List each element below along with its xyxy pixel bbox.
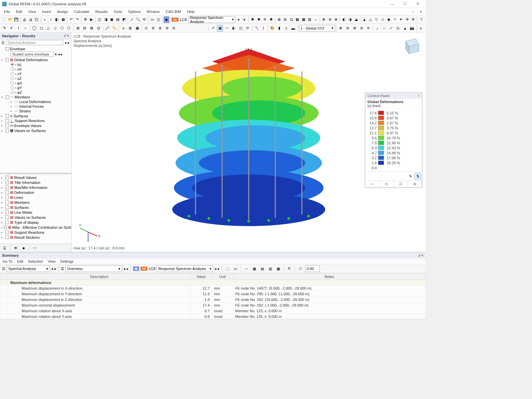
navbot-chk-11[interactable] — [5, 230, 9, 234]
nav-tab-cam-icon[interactable]: ■ — [20, 245, 27, 251]
member-icon[interactable]: / — [48, 16, 54, 23]
extra-11-icon[interactable]: 📷 — [409, 25, 415, 32]
menu-tools[interactable]: Tools — [111, 9, 125, 14]
radio-phiy[interactable] — [11, 86, 14, 89]
radio-uz[interactable] — [11, 77, 14, 80]
chk-vos[interactable] — [5, 129, 9, 132]
help-icon[interactable]: ? — [418, 16, 424, 23]
chk-surf[interactable] — [5, 114, 9, 118]
table-row[interactable]: Maximum vectorial displacement17.4mmFE n… — [0, 303, 426, 308]
tree-envelope[interactable]: Envelope — [1, 47, 70, 51]
edit-3-icon[interactable]: ⌇ — [15, 25, 22, 32]
menu-help[interactable]: Help — [185, 9, 198, 14]
print-icon[interactable]: 🖨 — [22, 16, 27, 23]
navbot-item-11[interactable]: ▸▦Support Reactions — [1, 230, 70, 235]
orientation-cube[interactable] — [399, 35, 422, 58]
cp-edit-icon[interactable]: ✎ — [407, 173, 414, 180]
view-iso-icon[interactable]: ◫ — [97, 16, 102, 23]
col-unit[interactable]: Unit — [212, 274, 233, 280]
menu-edit[interactable]: Edit — [13, 9, 25, 14]
tree-env[interactable]: ▸▭Envelope Values — [1, 123, 70, 128]
shape-3-icon[interactable]: △ — [45, 25, 52, 32]
sum-filter2-icon[interactable]: ▽ — [297, 265, 304, 272]
sum-lc-prev-icon[interactable]: ◂ — [214, 267, 216, 271]
tool-7-icon[interactable]: ⊕ — [321, 16, 327, 23]
extra-3-icon[interactable]: ⊗ — [351, 25, 358, 32]
nav-tab-result-icon[interactable]: 〰 — [31, 245, 38, 251]
extra-8-icon[interactable]: ⤢ — [388, 25, 395, 32]
close-button[interactable]: ✕ — [412, 1, 424, 7]
navbot-item-1[interactable]: ▸▦Title Information — [1, 180, 70, 185]
navbot-item-9[interactable]: ▸▦Type of display — [1, 220, 70, 225]
edit-4-icon[interactable]: ⌁ — [22, 25, 29, 32]
filter-c-icon[interactable]: ※ — [262, 16, 268, 23]
snap-1-icon[interactable]: ⊙ — [143, 25, 150, 32]
solid-icon[interactable]: ■ — [164, 16, 169, 23]
tool-3-icon[interactable]: ⊡ — [288, 16, 294, 23]
calc-icon[interactable]: ⚙ — [82, 16, 88, 23]
view-z-icon[interactable]: ▤ — [115, 16, 121, 23]
extra-2-icon[interactable]: ⊖ — [344, 25, 351, 32]
sum-t2-icon[interactable]: ▤ — [259, 265, 266, 272]
extra-9-icon[interactable]: ◎ — [395, 25, 401, 32]
nav-tab-eye-icon[interactable]: 👁 — [12, 245, 19, 251]
tree-phiy[interactable]: ▫φY — [1, 85, 70, 90]
radio-phiz[interactable] — [11, 91, 14, 94]
snap-5-icon[interactable]: ⊝ — [171, 25, 177, 32]
open-icon[interactable]: 📂 — [7, 16, 13, 23]
navbot-item-3[interactable]: ▸▦Deformation — [1, 190, 70, 195]
radio-u[interactable] — [11, 63, 14, 66]
tree-envelope-opt[interactable]: Scaled sums envelope▾◂▸ — [1, 51, 70, 57]
find-icon[interactable]: 🔎 — [104, 25, 111, 32]
navbot-item-8[interactable]: ▸▦Values on Surfaces — [1, 215, 70, 220]
filter-icon[interactable]: ☰ — [1, 41, 5, 45]
navbot-chk-1[interactable] — [5, 181, 9, 184]
nav-pin-icon[interactable]: ⤢ — [64, 34, 66, 38]
menu-options[interactable]: Options — [125, 9, 143, 14]
tool2-2-icon[interactable]: ⊟ — [81, 25, 88, 32]
menu-calculate[interactable]: Calculate — [71, 9, 92, 14]
extra-7-icon[interactable]: ↔ — [381, 25, 388, 32]
navbot-chk-10[interactable] — [4, 225, 7, 229]
tree-strains[interactable]: ▸〰Strains — [1, 109, 70, 113]
navbot-item-10[interactable]: ▸▦Ribs - Effective Contribution on Surfa… — [1, 225, 70, 230]
col-description[interactable]: Description — [8, 274, 191, 280]
view-persp-icon[interactable]: ◩ — [121, 16, 127, 23]
sum-lc-next-icon[interactable]: ▸ — [218, 267, 220, 271]
cp-tab-4[interactable]: ⊞ — [408, 181, 422, 187]
envelope-combo[interactable]: Scaled sums envelope — [11, 52, 54, 57]
tool-8-icon[interactable]: ⊖ — [327, 16, 332, 23]
tool2-1-icon[interactable]: ⊞ — [74, 25, 81, 32]
tool-9-icon[interactable]: ⊗ — [333, 16, 339, 23]
diag-1-icon[interactable]: 〽 — [253, 25, 260, 32]
table-row[interactable]: Maximum displacement in Z-direction1.8mm… — [0, 297, 426, 303]
color-1-icon[interactable]: 🎨 — [269, 25, 276, 32]
menu-insert[interactable]: Insert — [39, 9, 54, 14]
tree-icon[interactable]: ⊞ — [127, 25, 134, 32]
edit-1-icon[interactable]: ✎ — [1, 25, 8, 32]
extra-5-icon[interactable]: ※ — [365, 25, 372, 32]
extra-4-icon[interactable]: ⊘ — [358, 25, 365, 32]
shape-1-icon[interactable]: ◯ — [31, 25, 38, 32]
extra-12-icon[interactable]: ≡ — [418, 25, 424, 32]
sum-next-a-icon[interactable]: ▸ — [55, 267, 57, 271]
tree-uz[interactable]: ▫uZ — [1, 76, 70, 81]
navbot-chk-8[interactable] — [5, 215, 9, 219]
result-1-icon[interactable]: ↗ — [210, 25, 216, 32]
tree-uy[interactable]: ▫uY — [1, 71, 70, 76]
display-b-icon[interactable]: ◑ — [347, 16, 353, 23]
menu-file[interactable]: File — [1, 9, 13, 14]
tool-4-icon[interactable]: ▦ — [295, 16, 300, 23]
snap-2-icon[interactable]: ⊚ — [150, 25, 156, 32]
nav-next-icon[interactable]: ▸ — [68, 41, 70, 45]
zoom-fit-icon[interactable]: ⤢ — [129, 16, 135, 23]
maximize-button[interactable]: ☐ — [399, 1, 411, 7]
table-row[interactable]: Maximum displacement in Y-direction11.9m… — [0, 291, 426, 297]
nav-prev-icon[interactable]: ◂ — [65, 41, 66, 45]
list-icon[interactable]: ≡ — [120, 25, 127, 32]
filter-d-icon[interactable]: ✱ — [268, 16, 274, 23]
chk-gd[interactable] — [5, 58, 9, 62]
cs-combo[interactable]: 1 - Global XYZ▾ — [299, 25, 335, 32]
view-y-icon[interactable]: ▣ — [109, 16, 114, 23]
render-d-icon[interactable]: ◇ — [380, 16, 385, 23]
